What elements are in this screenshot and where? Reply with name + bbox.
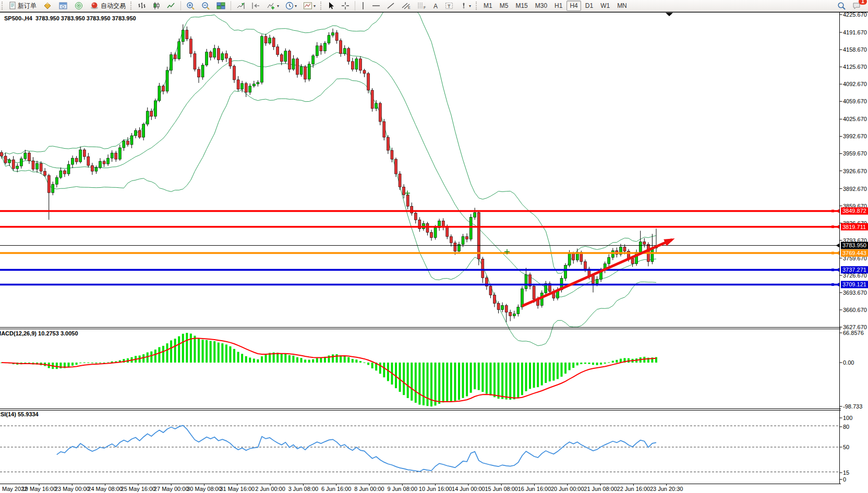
horizontal-line-icon — [372, 2, 380, 10]
svg-text:E: E — [408, 6, 411, 9]
macd-indicator-label: MACD(12,26,9) 10.2753 3.0050 — [0, 330, 78, 336]
timeframe-button-d1[interactable]: D1 — [582, 1, 596, 11]
time-label: 23 Jun 20:30 — [650, 486, 683, 492]
auto-trading-button[interactable]: 自动交易 — [87, 0, 128, 11]
trendline-button[interactable] — [384, 0, 397, 11]
svg-text:3769.443: 3769.443 — [842, 250, 866, 256]
tile-windows-button[interactable] — [214, 0, 228, 11]
signals-button[interactable] — [71, 0, 86, 11]
time-label: 30 May 08:00 — [187, 486, 222, 492]
trendline-icon — [387, 2, 395, 10]
symbol-period-label: SP500-,H4 — [4, 15, 32, 21]
indicators-icon — [267, 2, 276, 10]
chart-shift-button[interactable] — [249, 0, 263, 11]
price-tick: 4125.670 — [843, 64, 867, 70]
rsi-indicator-label: RSI(14) 55.9334 — [0, 411, 39, 417]
price-tick: 4059.670 — [843, 98, 867, 104]
rsi-tick: 0 — [843, 476, 846, 483]
new-order-button[interactable]: 新订单 — [6, 0, 39, 11]
text-label-icon: T — [445, 2, 453, 10]
macd-tick: -98.733 — [843, 403, 862, 410]
cursor-icon — [328, 2, 335, 10]
lower-band — [2, 79, 656, 346]
tile-windows-icon — [216, 2, 225, 10]
zoom-out-button[interactable] — [199, 0, 213, 11]
rsi-tick: 50 — [843, 444, 849, 450]
templates-button[interactable]: ▾ — [300, 0, 318, 11]
price-axis[interactable]: 4225.6704191.6704158.6704125.6704092.670… — [836, 12, 868, 483]
timeframe-button-m5[interactable]: M5 — [497, 1, 512, 11]
text-icon: A — [432, 2, 439, 10]
rsi-tick: 100 — [843, 415, 852, 421]
notifications-button[interactable]: 1 — [850, 0, 864, 11]
timeframe-button-h1[interactable]: H1 — [551, 1, 565, 11]
bar-chart-icon — [138, 2, 146, 10]
time-label: 8 Jun 00:00 — [354, 486, 384, 492]
zoom-in-icon — [186, 2, 195, 10]
price-tick: 3959.670 — [843, 150, 867, 157]
timeframe-button-m30[interactable]: M30 — [532, 1, 550, 11]
cursor-button[interactable] — [325, 0, 337, 11]
toolbar-grip[interactable] — [320, 2, 323, 10]
candles — [1, 25, 658, 322]
time-axis[interactable]: May 202219 May 16:0023 May 00:0024 May 0… — [2, 484, 683, 492]
crosshair-button[interactable] — [339, 0, 352, 11]
time-label: 23 May 00:00 — [55, 486, 90, 492]
auto-scroll-button[interactable] — [234, 0, 248, 11]
chart-window[interactable]: SP500-,H4 3783.950 3783.950 3783.950 378… — [0, 12, 868, 493]
macd-panel — [1, 333, 657, 406]
text-button[interactable]: A — [430, 0, 441, 11]
toolbar-grip[interactable] — [2, 2, 4, 10]
timeframe-button-h4[interactable]: H4 — [566, 1, 581, 11]
time-label: 6 Jun 16:00 — [321, 486, 352, 492]
horizontal-line-button[interactable] — [369, 0, 383, 11]
vertical-line-button[interactable] — [358, 0, 368, 11]
indicators-button[interactable]: ▾ — [264, 0, 282, 11]
autotrade-ball-icon — [90, 2, 99, 10]
timeframe-button-m1[interactable]: M1 — [480, 1, 496, 11]
market-window-icon — [58, 2, 68, 10]
chart-canvas[interactable]: 4225.6704191.6704158.6704125.6704092.670… — [0, 12, 868, 493]
templates-icon — [303, 2, 312, 10]
search-button[interactable] — [835, 0, 849, 11]
chart-shift-icon — [251, 2, 260, 10]
text-label-button[interactable]: T — [442, 0, 456, 11]
macd-tick: 0.00 — [843, 359, 854, 366]
timeframe-button-m15[interactable]: M15 — [512, 1, 531, 11]
candle-chart-button[interactable] — [150, 0, 163, 11]
time-label: 19 May 16:00 — [22, 486, 57, 492]
bar-chart-button[interactable] — [135, 0, 149, 11]
svg-text:3737.271: 3737.271 — [842, 267, 866, 273]
macd-tick: 66.8576 — [843, 330, 864, 336]
chart-shift-marker[interactable] — [666, 13, 673, 17]
channel-button[interactable]: E — [399, 0, 413, 11]
search-icon — [837, 2, 846, 10]
toolbar-grip[interactable] — [476, 2, 478, 10]
toolbar-grip[interactable] — [130, 2, 133, 10]
price-tick: 3660.670 — [843, 307, 867, 313]
ohlc-values: 3783.950 3783.950 3783.950 3783.950 — [35, 15, 136, 21]
rsi-line — [57, 426, 656, 472]
new-order-label: 新订单 — [18, 2, 37, 10]
chart-title: SP500-,H4 3783.950 3783.950 3783.950 378… — [4, 15, 136, 21]
notification-badge: 1 — [859, 0, 867, 5]
time-label: 2 Jun 00:00 — [255, 486, 285, 492]
timeframe-button-w1[interactable]: W1 — [597, 1, 613, 11]
line-chart-button[interactable] — [164, 0, 178, 11]
price-tick: 4225.670 — [843, 12, 867, 18]
price-tick: 3892.670 — [843, 186, 867, 192]
price-tick: 3926.670 — [843, 168, 867, 174]
price-tick: 4025.670 — [843, 116, 867, 122]
svg-text:3849.872: 3849.872 — [842, 208, 866, 214]
vertical-line-icon — [360, 2, 366, 10]
time-label: 9 Jun 08:00 — [388, 486, 418, 492]
arrows-tool-icon — [460, 2, 468, 10]
arrows-tool-button[interactable]: ▾ — [457, 0, 474, 11]
zoom-in-button[interactable] — [184, 0, 198, 11]
gold-diamond-button[interactable] — [40, 0, 55, 11]
timeframe-button-mn[interactable]: MN — [614, 1, 630, 11]
periods-button[interactable]: ▾ — [283, 0, 299, 11]
fibonacci-button[interactable]: F — [414, 0, 429, 11]
new-order-doc-icon — [9, 2, 16, 10]
market-window-button[interactable] — [56, 0, 70, 11]
